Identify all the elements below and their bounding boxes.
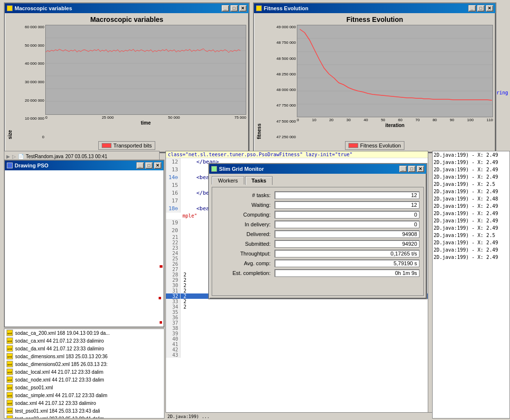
ring-text-partial: ring	[496, 90, 508, 95]
svg-text:xml: xml	[7, 379, 12, 382]
svg-rect-13	[159, 297, 161, 299]
xml-file-icon: xml	[6, 407, 13, 414]
pso-maximize-btn[interactable]: □	[145, 162, 153, 169]
fitness-maximize-btn[interactable]: □	[477, 5, 485, 12]
fitness-chart-title: Fitness Evolution	[346, 16, 403, 23]
xml-file-icon: xml	[6, 361, 13, 367]
svg-text:xml: xml	[7, 394, 12, 397]
svg-text:xml: xml	[7, 363, 12, 366]
svg-rect-12	[160, 265, 163, 268]
file-item-sodac[interactable]: xml sodac.xml 44 21.07.12 23:33 dalimiro	[4, 399, 164, 407]
macro-window-title: Macroscopic variables	[15, 5, 72, 11]
macro-y-axis: 60 000 000 50 000 000 40 000 000 30 000 …	[14, 25, 45, 139]
console-area: 2D.java:199) - X: 2.49 2D.java:199) - X:…	[432, 151, 510, 419]
grid-titlebar: Slim Grid Monitor _ □ ✕	[209, 164, 426, 174]
fitness-titlebar: Fitness Evolution _ □ ✕	[254, 3, 495, 13]
macro-close-btn[interactable]: ✕	[239, 5, 247, 12]
row-avgcomp: Avg. comp: 5,79190 s	[216, 259, 419, 267]
file-item-sodac-pso01[interactable]: xml sodac_pso01.xml	[4, 383, 164, 391]
tab-workers[interactable]: Workers	[212, 176, 244, 184]
grid-monitor-window: Slim Grid Monitor _ □ ✕ Workers Tasks # …	[208, 163, 427, 299]
svg-text:xml: xml	[7, 418, 12, 419]
macro-x-label: time	[45, 120, 246, 126]
row-waiting: Waiting: 12	[216, 201, 419, 209]
svg-rect-47	[7, 416, 13, 419]
svg-text:xml: xml	[7, 402, 12, 405]
row-estcompletion: Est. completion: 0h 1m 9s	[216, 269, 419, 277]
grid-content: Workers Tasks # tasks: 12 Waiting: 12 Co…	[209, 174, 426, 298]
label-indelivery: In delivery:	[216, 221, 274, 227]
xml-file-icon: xml	[6, 384, 13, 391]
value-avgcomp: 5,79190 s	[274, 259, 419, 267]
value-estcompletion: 0h 1m 9s	[274, 269, 419, 277]
xml-file-icon: xml	[6, 353, 13, 360]
label-waiting: Waiting:	[216, 202, 274, 208]
file-item-sodac-ca[interactable]: xml sodac_ca.xml 44 21.07.12 23:33 dalim…	[4, 337, 164, 345]
svg-text:xml: xml	[7, 355, 12, 358]
row-throughput: Throughtput: 0,17265 t/s	[216, 250, 419, 257]
xml-file-icon: xml	[6, 415, 13, 419]
tab-tasks[interactable]: Tasks	[245, 176, 273, 185]
grid-close-btn[interactable]: ✕	[417, 165, 424, 172]
label-delivered: Delivered:	[216, 231, 274, 237]
file-item-sodac-dims02[interactable]: xml sodac_dimensions02.xml 185 26.03.13 …	[4, 360, 164, 368]
label-computing: Computing:	[216, 212, 274, 218]
value-throughput: 0,17265 t/s	[274, 250, 419, 257]
row-delivered: Delivered: 94908	[216, 230, 419, 238]
macro-legend-color	[102, 143, 111, 148]
file-item-sodac-da[interactable]: xml sodac_da.xml 44 21.07.12 23:33 dalim…	[4, 345, 164, 352]
file-item-test-pso02[interactable]: xml test_pso02.xml 207 03.05.13 00:41 da…	[4, 415, 164, 419]
svg-text:xml: xml	[7, 371, 12, 374]
grid-minimize-btn[interactable]: _	[399, 165, 407, 172]
fitness-minimize-btn[interactable]: _	[468, 5, 476, 12]
fitness-window-icon	[256, 5, 262, 11]
xml-file-icon: xml	[6, 400, 13, 406]
macro-minimize-btn[interactable]: _	[221, 5, 229, 12]
svg-text:xml: xml	[7, 340, 12, 343]
macro-chart-title: Macroscopic variables	[90, 16, 163, 23]
toolbar-file: 📄	[18, 154, 24, 159]
label-estcompletion: Est. completion:	[216, 270, 274, 276]
macro-y-label: size	[7, 25, 13, 139]
fitness-y-label: fitness	[256, 25, 262, 139]
fitness-chart-svg	[297, 25, 493, 117]
grid-tab-content: # tasks: 12 Waiting: 12 Computing: 0 In …	[212, 187, 424, 296]
toolbar-info: 207 03.05.13 00:41	[65, 154, 107, 159]
fitness-x-axis: 0 10 20 30 40 50 60 70 80 90 100 110	[297, 117, 493, 123]
macro-x-axis: 0 25 000 50 000 75 000	[45, 115, 246, 120]
file-item-sodac-ca200[interactable]: xml sodac_ca_200.xml 168 19.04.13 00:19 …	[4, 329, 164, 337]
macro-window-icon	[7, 5, 13, 11]
file-item-sodac-local[interactable]: xml sodac_local.xml 44 21.07.12 23:33 da…	[4, 368, 164, 376]
fitness-close-btn[interactable]: ✕	[486, 5, 493, 12]
toolbar-filename: TestRandom.java	[26, 154, 63, 159]
grid-window-title: Slim Grid Monitor	[219, 166, 264, 172]
grid-tabs: Workers Tasks	[212, 176, 424, 184]
pso-canvas	[5, 170, 164, 327]
value-waiting: 12	[274, 201, 419, 209]
xml-file-icon: xml	[6, 392, 13, 399]
pso-close-btn[interactable]: ✕	[154, 162, 162, 169]
file-item-sodac-dims[interactable]: xml sodac_dimensions.xml 183 25.03.13 20…	[4, 352, 164, 360]
fitness-window: Fitness Evolution _ □ ✕ Fitness Evolutio…	[253, 2, 496, 153]
row-tasks: # tasks: 12	[216, 191, 419, 199]
fitness-window-title: Fitness Evolution	[264, 5, 309, 11]
fitness-y-axis: 49 000 000 48 750 000 48 500 000 48 250 …	[263, 25, 297, 139]
macro-variables-window: Macroscopic variables _ □ ✕ Macroscopic …	[4, 2, 250, 153]
file-item-test-pso01[interactable]: xml test_pso01.xml 184 25.03.13 23:43 da…	[4, 407, 164, 415]
pso-window-title: Drawing PSO	[15, 163, 49, 168]
pso-titlebar: Drawing PSO _ □ ✕	[5, 161, 164, 170]
svg-text:xml: xml	[7, 332, 12, 335]
macro-chart-svg	[45, 25, 246, 115]
grid-maximize-btn[interactable]: □	[408, 165, 416, 172]
pso-particles-svg	[5, 170, 164, 327]
file-item-sodac-node[interactable]: xml sodac_node.xml 44 21.07.12 23:33 dal…	[4, 376, 164, 383]
file-item-sodac-simple[interactable]: xml sodac_simple.xml 44 21.07.12 23:33 d…	[4, 391, 164, 399]
label-throughput: Throughtput:	[216, 251, 274, 256]
macro-maximize-btn[interactable]: □	[230, 5, 238, 12]
macro-legend-label: Transported bits	[113, 143, 152, 148]
pso-minimize-btn[interactable]: _	[136, 162, 144, 169]
label-tasks: # tasks:	[216, 192, 274, 198]
code-editor-header: class="net.sl.teeser.tuner.pso.PsoDrawFi…	[166, 151, 428, 158]
label-submitted: Submitted:	[216, 241, 274, 247]
fitness-legend: Fitness Evolution	[345, 141, 404, 150]
